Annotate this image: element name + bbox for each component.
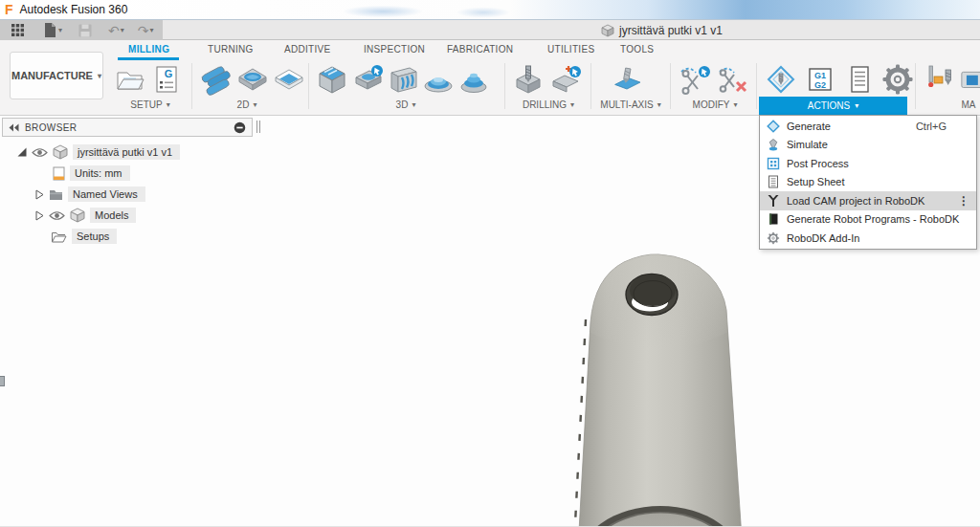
group-separator bbox=[504, 63, 505, 109]
shortcut-label: Ctrl+G bbox=[916, 121, 947, 132]
2d-pocket-icon[interactable] bbox=[236, 63, 269, 96]
units-document-icon bbox=[53, 166, 65, 181]
undo-icon: ↶ bbox=[108, 24, 120, 37]
window-title: Autodesk Fusion 360 bbox=[20, 3, 128, 16]
trim-duplicate-icon[interactable] bbox=[679, 63, 711, 96]
tab-milling[interactable]: MILLING bbox=[128, 44, 169, 55]
tree-row-units[interactable]: Units: mm bbox=[53, 165, 130, 182]
menu-item-robodk-addin[interactable]: RoboDK Add-In bbox=[760, 229, 976, 248]
file-menu-button[interactable]: ▾ bbox=[40, 21, 64, 40]
qat-buttons: ▾ ↶ ▾ ↷ ▾ bbox=[0, 20, 163, 40]
tab-additive[interactable]: ADDITIVE bbox=[284, 44, 331, 55]
machine-settings-gear-icon[interactable] bbox=[881, 63, 914, 96]
redo-button[interactable]: ↷ ▾ bbox=[136, 21, 156, 40]
post-process-icon[interactable]: G1 G2 bbox=[804, 63, 836, 96]
group-separator bbox=[670, 63, 671, 109]
collapsed-arrow-icon[interactable] bbox=[35, 210, 44, 221]
tree-label-root[interactable]: jyrsittävä putki v1 v1 bbox=[73, 144, 180, 160]
probe-icon[interactable] bbox=[923, 63, 955, 96]
2d-adaptive-icon[interactable] bbox=[200, 63, 233, 96]
drill-pattern-icon[interactable] bbox=[549, 63, 582, 96]
hide-all-icon[interactable] bbox=[234, 121, 246, 134]
3d-adaptive-icon[interactable] bbox=[316, 63, 348, 96]
2d-face-icon[interactable] bbox=[273, 63, 305, 96]
setups-folder-icon bbox=[51, 231, 67, 243]
undo-caret-icon: ▾ bbox=[121, 26, 124, 34]
setup-sheet-icon[interactable] bbox=[843, 63, 876, 96]
tube-model[interactable] bbox=[536, 251, 785, 527]
tab-inspection[interactable]: INSPECTION bbox=[364, 44, 425, 55]
document-tab-label: jyrsittävä putki v1 v1 bbox=[619, 24, 723, 37]
document-cube-icon bbox=[601, 24, 614, 37]
tree-label-named-views[interactable]: Named Views bbox=[68, 187, 145, 202]
browser-panel-header[interactable]: BROWSER bbox=[2, 118, 253, 137]
menu-item-post-process[interactable]: Post Process bbox=[760, 154, 976, 173]
tree-row-setups[interactable]: Setups bbox=[51, 228, 117, 245]
fusion360-window: F Autodesk Fusion 360 ▾ ↶ bbox=[0, 0, 980, 527]
group-label-multi-axis[interactable]: MULTI-AXIS▾ bbox=[600, 99, 660, 110]
group-label-3d[interactable]: 3D▾ bbox=[396, 99, 416, 110]
generate-toolpath-icon[interactable] bbox=[765, 63, 797, 96]
menu-item-simulate[interactable]: Simulate bbox=[760, 136, 976, 155]
group-label-manage[interactable]: MA bbox=[962, 99, 976, 110]
visibility-eye-icon[interactable] bbox=[32, 147, 48, 158]
undo-button[interactable]: ↶ ▾ bbox=[106, 21, 126, 40]
tree-label-models[interactable]: Models bbox=[90, 208, 136, 223]
group-separator bbox=[756, 63, 757, 109]
visibility-eye-icon[interactable] bbox=[49, 210, 65, 221]
simulate-icon bbox=[767, 138, 780, 151]
trim-delete-icon[interactable] bbox=[717, 63, 749, 96]
group-separator bbox=[915, 63, 916, 109]
app-grid-icon[interactable] bbox=[9, 21, 27, 40]
group-label-drilling[interactable]: DRILLING▾ bbox=[523, 99, 574, 110]
3d-ramp-icon[interactable] bbox=[457, 63, 490, 96]
group-label-modify[interactable]: MODIFY▾ bbox=[693, 99, 738, 110]
redo-icon: ↷ bbox=[138, 24, 149, 37]
save-button[interactable] bbox=[76, 21, 95, 40]
title-bar: F Autodesk Fusion 360 bbox=[0, 0, 980, 20]
nc-program-icon[interactable]: G bbox=[150, 63, 183, 96]
tab-utilities[interactable]: UTILITIES bbox=[547, 44, 594, 55]
workspace-selector[interactable]: MANUFACTURE ▾ bbox=[10, 52, 103, 99]
more-options-icon[interactable]: ⋮ bbox=[958, 194, 969, 208]
3d-flow-icon[interactable] bbox=[387, 63, 419, 96]
group-label-actions-open[interactable]: ACTIONS▾ bbox=[759, 97, 907, 115]
addin-gear-icon bbox=[767, 231, 780, 245]
tree-row-named-views[interactable]: Named Views bbox=[35, 186, 145, 203]
multi-axis-swarf-icon[interactable] bbox=[611, 63, 643, 96]
tree-label-units[interactable]: Units: mm bbox=[70, 165, 130, 181]
group-separator bbox=[191, 63, 192, 109]
collapsed-panel-handle[interactable] bbox=[0, 376, 5, 386]
component-cube-icon bbox=[53, 144, 68, 160]
menu-item-load-cam-robodk[interactable]: Load CAM project in RoboDK ⋮ bbox=[760, 191, 976, 210]
tab-fabrication[interactable]: FABRICATION bbox=[447, 44, 513, 55]
named-views-folder-icon bbox=[49, 188, 63, 200]
menu-item-generate[interactable]: Generate Ctrl+G bbox=[760, 117, 976, 136]
menu-item-generate-robot-programs[interactable]: Generate Robot Programs - RoboDK bbox=[760, 210, 976, 230]
tab-turning[interactable]: TURNING bbox=[208, 44, 254, 55]
panel-grip[interactable] bbox=[256, 121, 260, 133]
document-tab[interactable]: jyrsittävä putki v1 v1 bbox=[601, 20, 723, 40]
collapse-panel-icon[interactable] bbox=[9, 123, 19, 132]
group-label-setup[interactable]: SETUP▾ bbox=[130, 99, 169, 110]
3d-scallop-icon[interactable] bbox=[422, 63, 455, 96]
machine-icon[interactable] bbox=[961, 63, 980, 96]
robot-programs-icon bbox=[767, 212, 780, 226]
fusion-logo-icon: F bbox=[5, 3, 13, 16]
tree-label-setups[interactable]: Setups bbox=[72, 229, 117, 244]
tab-tools[interactable]: TOOLS bbox=[620, 44, 654, 55]
expanded-arrow-icon[interactable] bbox=[17, 147, 27, 157]
tree-row-models[interactable]: Models bbox=[35, 207, 136, 224]
tree-row-root[interactable]: jyrsittävä putki v1 v1 bbox=[17, 143, 180, 161]
robodk-funnel-icon bbox=[767, 194, 780, 208]
ribbon-toolbar: MANUFACTURE ▾ MILLING TURNING ADDITIVE I… bbox=[0, 40, 980, 116]
actions-dropdown-menu: Generate Ctrl+G Simulate Post Process Se… bbox=[759, 115, 977, 250]
generate-icon bbox=[767, 120, 780, 133]
group-separator bbox=[590, 63, 591, 109]
drill-icon[interactable] bbox=[512, 63, 545, 96]
menu-item-setup-sheet[interactable]: Setup Sheet bbox=[760, 173, 976, 192]
new-setup-icon[interactable] bbox=[114, 63, 146, 96]
collapsed-arrow-icon[interactable] bbox=[35, 189, 44, 200]
3d-pocket-icon[interactable] bbox=[351, 63, 384, 96]
group-label-2d[interactable]: 2D▾ bbox=[237, 99, 257, 110]
